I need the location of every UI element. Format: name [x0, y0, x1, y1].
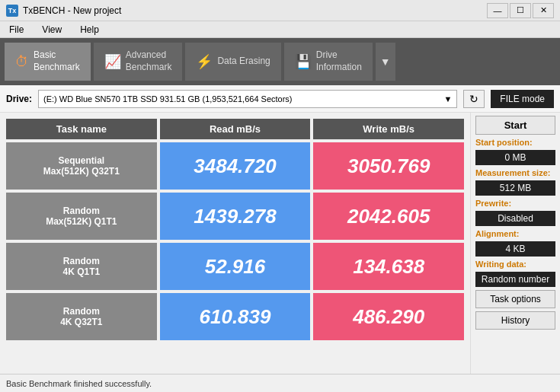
toolbar: ⏱ BasicBenchmark 📈 AdvancedBenchmark ⚡ D…	[0, 38, 560, 85]
measurement-size-value: 512 MB	[475, 180, 555, 196]
minimize-button[interactable]: —	[487, 3, 508, 18]
drive-bar: Drive: (E:) WD Blue SN570 1TB SSD 931.51…	[0, 85, 560, 113]
drive-refresh-button[interactable]: ↻	[463, 90, 485, 108]
header-write: Write mB/s	[313, 119, 464, 139]
benchmark-area: Task name Read mB/s Write mB/s Sequentia…	[0, 113, 470, 374]
row4-read: 610.839	[160, 293, 311, 340]
benchmark-row-2: RandomMax(512K) Q1T1 1439.278 2042.605	[6, 193, 464, 240]
start-position-label: Start position:	[475, 138, 555, 147]
measurement-size-label: Measurement size:	[475, 168, 555, 177]
tab-drive-information[interactable]: 💾 DriveInformation	[284, 43, 373, 81]
benchmark-row-1: SequentialMax(512K) Q32T1 3484.720 3050.…	[6, 142, 464, 190]
title-controls: — ☐ ✕	[487, 3, 554, 18]
writing-data-label: Writing data:	[475, 260, 555, 269]
drive-info-text: (E:) WD Blue SN570 1TB SSD 931.51 GB (1,…	[43, 94, 293, 104]
basic-benchmark-icon: ⏱	[15, 54, 29, 70]
maximize-button[interactable]: ☐	[510, 3, 531, 18]
tab-advanced-label: AdvancedBenchmark	[126, 49, 172, 73]
advanced-benchmark-icon: 📈	[104, 53, 121, 70]
tab-basic-benchmark[interactable]: ⏱ BasicBenchmark	[5, 43, 91, 81]
tab-basic-label: BasicBenchmark	[34, 49, 80, 73]
tab-advanced-benchmark[interactable]: 📈 AdvancedBenchmark	[94, 43, 183, 81]
history-button[interactable]: History	[475, 311, 555, 330]
row1-read: 3484.720	[160, 142, 311, 190]
row1-label: SequentialMax(512K) Q32T1	[6, 142, 157, 190]
menu-file[interactable]: File	[3, 23, 30, 37]
close-button[interactable]: ✕	[533, 3, 554, 18]
row2-write: 2042.605	[313, 193, 464, 240]
benchmark-header: Task name Read mB/s Write mB/s	[6, 119, 464, 139]
header-task-name: Task name	[6, 119, 157, 139]
data-erasing-icon: ⚡	[196, 53, 213, 70]
row3-label: Random4K Q1T1	[6, 243, 157, 290]
row3-write: 134.638	[313, 243, 464, 290]
row2-read: 1439.278	[160, 193, 311, 240]
menu-bar: File View Help	[0, 21, 560, 38]
file-mode-button[interactable]: FILE mode	[491, 90, 554, 108]
tab-erasing-label: Data Erasing	[217, 56, 270, 68]
alignment-value: 4 KB	[475, 241, 555, 257]
prewrite-value: Disabled	[475, 211, 555, 226]
main-content: Task name Read mB/s Write mB/s Sequentia…	[0, 113, 560, 374]
right-panel: Start Start position: 0 MB Measurement s…	[470, 113, 560, 374]
benchmark-row-4: Random4K Q32T1 610.839 486.290	[6, 293, 464, 340]
benchmark-row-3: Random4K Q1T1 52.916 134.638	[6, 243, 464, 290]
alignment-label: Alignment:	[475, 229, 555, 238]
writing-data-value: Random number	[475, 272, 555, 287]
status-text: Basic Benchmark finished successfully.	[6, 379, 152, 388]
menu-view[interactable]: View	[36, 23, 68, 37]
row4-write: 486.290	[313, 293, 464, 340]
title-bar-left: Tx TxBENCH - New project	[6, 5, 121, 17]
tab-data-erasing[interactable]: ⚡ Data Erasing	[185, 43, 280, 81]
status-bar: Basic Benchmark finished successfully.	[0, 374, 560, 392]
prewrite-label: Prewrite:	[475, 199, 555, 208]
row4-label: Random4K Q32T1	[6, 293, 157, 340]
window-title: TxBENCH - New project	[23, 5, 121, 16]
drive-selector[interactable]: (E:) WD Blue SN570 1TB SSD 931.51 GB (1,…	[38, 90, 457, 108]
row3-read: 52.916	[160, 243, 311, 290]
row1-write: 3050.769	[313, 142, 464, 190]
task-options-button[interactable]: Task options	[475, 290, 555, 308]
row2-label: RandomMax(512K) Q1T1	[6, 193, 157, 240]
drive-info-icon: 💾	[295, 53, 312, 70]
start-position-value: 0 MB	[475, 150, 555, 165]
header-read: Read mB/s	[160, 119, 311, 139]
title-bar: Tx TxBENCH - New project — ☐ ✕	[0, 0, 560, 21]
toolbar-more-button[interactable]: ▼	[376, 43, 395, 81]
drive-label: Drive:	[6, 94, 32, 104]
drive-dropdown-icon: ▼	[443, 94, 452, 104]
app-icon: Tx	[6, 5, 18, 17]
start-button[interactable]: Start	[475, 116, 555, 135]
tab-drive-label: DriveInformation	[316, 49, 362, 73]
menu-help[interactable]: Help	[74, 23, 105, 37]
